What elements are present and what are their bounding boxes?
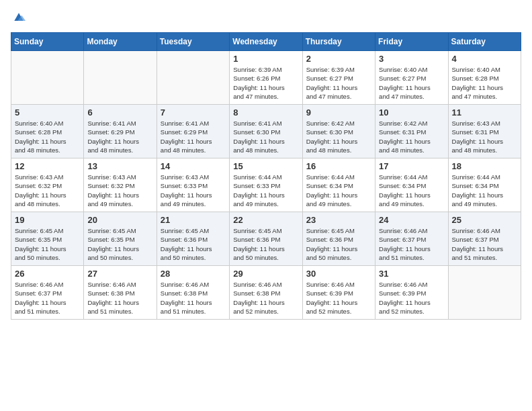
day-cell: 23Sunrise: 6:45 AM Sunset: 6:36 PM Dayli… [302,212,375,266]
calendar-body: 1Sunrise: 6:39 AM Sunset: 6:26 PM Daylig… [11,51,521,320]
day-cell: 31Sunrise: 6:46 AM Sunset: 6:39 PM Dayli… [375,266,448,320]
header-cell-tuesday: Tuesday [157,33,229,51]
day-info: Sunrise: 6:40 AM Sunset: 6:27 PM Dayligh… [379,65,444,101]
day-cell: 28Sunrise: 6:46 AM Sunset: 6:38 PM Dayli… [157,266,229,320]
header-row: SundayMondayTuesdayWednesdayThursdayFrid… [11,33,521,51]
week-row-4: 26Sunrise: 6:46 AM Sunset: 6:37 PM Dayli… [11,266,521,320]
day-cell: 21Sunrise: 6:45 AM Sunset: 6:36 PM Dayli… [157,212,229,266]
day-number: 8 [233,107,298,118]
day-number: 26 [15,269,80,279]
day-number: 21 [161,215,226,225]
day-cell: 11Sunrise: 6:43 AM Sunset: 6:31 PM Dayli… [448,105,521,158]
calendar-table: SundayMondayTuesdayWednesdayThursdayFrid… [11,32,521,320]
day-info: Sunrise: 6:43 AM Sunset: 6:31 PM Dayligh… [452,119,517,154]
day-cell: 9Sunrise: 6:42 AM Sunset: 6:30 PM Daylig… [302,105,375,158]
day-number: 14 [161,161,226,171]
day-cell: 18Sunrise: 6:44 AM Sunset: 6:34 PM Dayli… [448,158,521,212]
day-number: 13 [87,161,152,171]
day-number: 12 [15,161,80,171]
day-cell: 27Sunrise: 6:46 AM Sunset: 6:38 PM Dayli… [84,266,157,320]
header-cell-wednesday: Wednesday [230,33,302,51]
day-cell: 14Sunrise: 6:43 AM Sunset: 6:33 PM Dayli… [157,158,229,212]
day-info: Sunrise: 6:45 AM Sunset: 6:36 PM Dayligh… [306,226,371,262]
day-cell [157,51,229,105]
day-number: 28 [161,269,226,279]
day-info: Sunrise: 6:46 AM Sunset: 6:37 PM Dayligh… [379,226,444,262]
day-number: 9 [306,107,371,118]
day-cell: 8Sunrise: 6:41 AM Sunset: 6:30 PM Daylig… [230,105,302,158]
day-cell: 2Sunrise: 6:39 AM Sunset: 6:27 PM Daylig… [302,51,375,105]
day-number: 3 [379,54,444,64]
day-number: 19 [15,215,80,225]
day-info: Sunrise: 6:43 AM Sunset: 6:33 PM Dayligh… [161,173,226,208]
day-cell: 30Sunrise: 6:46 AM Sunset: 6:39 PM Dayli… [302,266,375,320]
day-info: Sunrise: 6:42 AM Sunset: 6:30 PM Dayligh… [306,119,371,154]
day-cell [448,266,521,320]
logo [11,11,26,24]
day-number: 29 [233,269,298,279]
day-info: Sunrise: 6:45 AM Sunset: 6:36 PM Dayligh… [233,226,298,262]
day-info: Sunrise: 6:39 AM Sunset: 6:27 PM Dayligh… [306,65,371,101]
day-info: Sunrise: 6:46 AM Sunset: 6:37 PM Dayligh… [15,280,80,316]
week-row-0: 1Sunrise: 6:39 AM Sunset: 6:26 PM Daylig… [11,51,521,105]
header-cell-saturday: Saturday [448,33,521,51]
day-info: Sunrise: 6:41 AM Sunset: 6:29 PM Dayligh… [87,119,152,154]
day-cell: 7Sunrise: 6:41 AM Sunset: 6:29 PM Daylig… [157,105,229,158]
day-info: Sunrise: 6:46 AM Sunset: 6:38 PM Dayligh… [87,280,152,316]
day-number: 4 [452,54,517,64]
day-info: Sunrise: 6:45 AM Sunset: 6:35 PM Dayligh… [15,226,80,262]
header-cell-friday: Friday [375,33,448,51]
day-number: 27 [87,269,152,279]
day-number: 24 [379,215,444,225]
day-cell: 4Sunrise: 6:40 AM Sunset: 6:28 PM Daylig… [448,51,521,105]
day-cell: 24Sunrise: 6:46 AM Sunset: 6:37 PM Dayli… [375,212,448,266]
day-info: Sunrise: 6:46 AM Sunset: 6:39 PM Dayligh… [306,280,371,316]
day-cell: 10Sunrise: 6:42 AM Sunset: 6:31 PM Dayli… [375,105,448,158]
day-info: Sunrise: 6:42 AM Sunset: 6:31 PM Dayligh… [379,119,444,154]
day-number: 5 [15,107,80,118]
day-number: 23 [306,215,371,225]
day-info: Sunrise: 6:45 AM Sunset: 6:35 PM Dayligh… [87,226,152,262]
day-cell: 22Sunrise: 6:45 AM Sunset: 6:36 PM Dayli… [230,212,302,266]
day-info: Sunrise: 6:44 AM Sunset: 6:34 PM Dayligh… [306,173,371,208]
day-info: Sunrise: 6:40 AM Sunset: 6:28 PM Dayligh… [15,119,80,154]
day-cell: 17Sunrise: 6:44 AM Sunset: 6:34 PM Dayli… [375,158,448,212]
day-cell: 12Sunrise: 6:43 AM Sunset: 6:32 PM Dayli… [11,158,84,212]
day-info: Sunrise: 6:46 AM Sunset: 6:37 PM Dayligh… [452,226,517,262]
day-info: Sunrise: 6:44 AM Sunset: 6:33 PM Dayligh… [233,173,298,208]
day-cell: 26Sunrise: 6:46 AM Sunset: 6:37 PM Dayli… [11,266,84,320]
day-number: 17 [379,161,444,171]
day-number: 16 [306,161,371,171]
day-cell [11,51,84,105]
day-info: Sunrise: 6:41 AM Sunset: 6:30 PM Dayligh… [233,119,298,154]
header-cell-monday: Monday [84,33,157,51]
day-info: Sunrise: 6:44 AM Sunset: 6:34 PM Dayligh… [379,173,444,208]
day-number: 15 [233,161,298,171]
day-number: 11 [452,107,517,118]
day-number: 22 [233,215,298,225]
day-number: 1 [233,54,298,64]
day-number: 30 [306,269,371,279]
day-cell: 6Sunrise: 6:41 AM Sunset: 6:29 PM Daylig… [84,105,157,158]
day-cell: 20Sunrise: 6:45 AM Sunset: 6:35 PM Dayli… [84,212,157,266]
day-info: Sunrise: 6:46 AM Sunset: 6:39 PM Dayligh… [379,280,444,316]
calendar-header: SundayMondayTuesdayWednesdayThursdayFrid… [11,33,521,51]
day-number: 2 [306,54,371,64]
week-row-1: 5Sunrise: 6:40 AM Sunset: 6:28 PM Daylig… [11,105,521,158]
day-cell: 29Sunrise: 6:46 AM Sunset: 6:38 PM Dayli… [230,266,302,320]
day-info: Sunrise: 6:46 AM Sunset: 6:38 PM Dayligh… [161,280,226,316]
day-cell: 5Sunrise: 6:40 AM Sunset: 6:28 PM Daylig… [11,105,84,158]
day-cell: 3Sunrise: 6:40 AM Sunset: 6:27 PM Daylig… [375,51,448,105]
day-number: 31 [379,269,444,279]
week-row-2: 12Sunrise: 6:43 AM Sunset: 6:32 PM Dayli… [11,158,521,212]
day-info: Sunrise: 6:41 AM Sunset: 6:29 PM Dayligh… [161,119,226,154]
day-info: Sunrise: 6:43 AM Sunset: 6:32 PM Dayligh… [87,173,152,208]
header-cell-thursday: Thursday [302,33,375,51]
day-cell: 15Sunrise: 6:44 AM Sunset: 6:33 PM Dayli… [230,158,302,212]
header-cell-sunday: Sunday [11,33,84,51]
day-info: Sunrise: 6:39 AM Sunset: 6:26 PM Dayligh… [233,65,298,101]
day-info: Sunrise: 6:46 AM Sunset: 6:38 PM Dayligh… [233,280,298,316]
day-info: Sunrise: 6:43 AM Sunset: 6:32 PM Dayligh… [15,173,80,208]
logo-icon [12,11,26,24]
week-row-3: 19Sunrise: 6:45 AM Sunset: 6:35 PM Dayli… [11,212,521,266]
